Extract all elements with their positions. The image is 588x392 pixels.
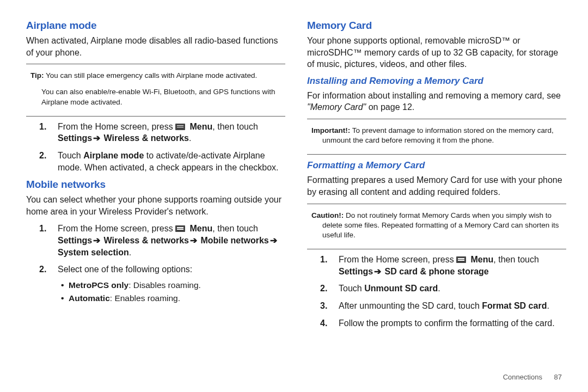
- period: .: [547, 301, 549, 310]
- wireless-label: Wireless & networks: [101, 236, 189, 245]
- period: .: [129, 248, 131, 257]
- menu-label: Menu: [187, 224, 212, 233]
- left-column: Airplane mode When activated, Airplane m…: [26, 16, 285, 334]
- divider: [26, 116, 285, 117]
- step-text: , then touch: [493, 255, 539, 264]
- format-steps: From the Home screen, press Menu, then t…: [307, 254, 566, 329]
- step-text: After unmounting the SD card, touch: [339, 301, 482, 310]
- step-text: Touch: [339, 284, 364, 293]
- memcard-intro: Your phone supports optional, removable …: [307, 35, 566, 70]
- step-text: Follow the prompts to confirm the format…: [339, 318, 555, 328]
- airplane-steps: From the Home screen, press Menu, then t…: [26, 121, 285, 173]
- option-desc: : Disables roaming.: [128, 280, 201, 290]
- step-item: From the Home screen, press Menu, then t…: [54, 121, 285, 144]
- section-name: Connections: [503, 373, 542, 381]
- menu-icon: [175, 225, 185, 232]
- heading-install-remove: Installing and Removing a Memory Card: [307, 76, 566, 87]
- divider: [307, 119, 566, 119]
- important-label: Important!:: [311, 126, 350, 134]
- menu-label: Menu: [468, 255, 493, 264]
- step-item: Select one of the following options: Met…: [54, 264, 285, 305]
- heading-memory-card: Memory Card: [307, 20, 566, 32]
- tip-text: You can still place emergency calls with…: [44, 71, 258, 79]
- heading-airplane-mode: Airplane mode: [26, 20, 285, 32]
- text: For information about installing and rem…: [307, 91, 561, 100]
- list-item: Automatic: Enables roaming.: [69, 292, 285, 305]
- divider: [307, 154, 566, 155]
- install-para: For information about installing and rem…: [307, 90, 566, 113]
- page-footer: Connections 87: [503, 373, 562, 381]
- option-label: Automatic: [69, 293, 110, 303]
- caution-note: Caution!: Do not routinely format Memory…: [307, 209, 566, 245]
- step-item: From the Home screen, press Menu, then t…: [335, 254, 566, 277]
- roaming-options: MetroPCS only: Disables roaming. Automat…: [58, 279, 285, 305]
- settings-label: Settings: [58, 236, 92, 245]
- page-number: 87: [554, 373, 562, 381]
- arrow-icon: ➔: [373, 266, 382, 278]
- important-text: To prevent damage to information stored …: [322, 126, 554, 144]
- airplane-tip: Tip: You can still place emergency calls…: [26, 69, 285, 85]
- mobile-intro: You can select whether your phone suppor…: [26, 194, 285, 217]
- format-label: Format SD card: [482, 301, 547, 310]
- wireless-label: Wireless & networks: [101, 133, 189, 143]
- period: .: [189, 133, 191, 143]
- text: on page 12.: [366, 102, 414, 112]
- step-text: , then touch: [212, 224, 258, 233]
- important-note: Important!: To prevent damage to informa…: [307, 124, 566, 150]
- option-label: MetroPCS only: [69, 280, 128, 290]
- mobile-steps: From the Home screen, press Menu, then t…: [26, 223, 285, 304]
- airplane-intro: When activated, Airplane mode disables a…: [26, 35, 285, 58]
- unmount-label: Unmount SD card: [364, 284, 438, 293]
- step-text: Select one of the following options:: [58, 265, 192, 274]
- menu-icon: [456, 256, 466, 263]
- divider: [307, 204, 566, 204]
- divider: [26, 64, 285, 64]
- tip-label: Tip:: [30, 71, 44, 79]
- step-item: Touch Unmount SD card.: [335, 283, 566, 295]
- arrow-icon: ➔: [92, 132, 101, 144]
- step-item: Follow the prompts to confirm the format…: [335, 317, 566, 329]
- settings-label: Settings: [58, 133, 92, 143]
- arrow-icon: ➔: [189, 235, 198, 247]
- page-content: Airplane mode When activated, Airplane m…: [0, 0, 588, 334]
- step-text: From the Home screen, press: [58, 224, 175, 233]
- menu-icon: [175, 124, 185, 130]
- step-text: From the Home screen, press: [339, 255, 456, 264]
- reference-title: "Memory Card": [307, 102, 366, 112]
- period: .: [438, 284, 440, 293]
- mobile-networks-label: Mobile networks: [198, 236, 269, 245]
- airplane-mode-label: Airplane mode: [83, 151, 144, 160]
- sdcard-label: SD card & phone storage: [382, 267, 489, 276]
- step-item: After unmounting the SD card, touch Form…: [335, 300, 566, 312]
- step-text: , then touch: [212, 122, 258, 131]
- system-selection-label: System selection: [58, 248, 129, 257]
- menu-label: Menu: [187, 122, 212, 131]
- step-text: From the Home screen, press: [58, 122, 175, 131]
- divider: [307, 249, 566, 249]
- airplane-tip-2: You can also enable/re-enable Wi-Fi, Blu…: [26, 85, 285, 111]
- step-text: Touch: [58, 151, 83, 160]
- caution-label: Caution!:: [311, 211, 344, 219]
- caution-text: Do not routinely format Memory Cards whe…: [322, 211, 559, 239]
- heading-mobile-networks: Mobile networks: [26, 179, 285, 191]
- format-intro: Formatting prepares a used Memory Card f…: [307, 174, 566, 198]
- step-item: Touch Airplane mode to activate/de-activ…: [54, 150, 285, 173]
- arrow-icon: ➔: [92, 235, 101, 247]
- heading-formatting: Formatting a Memory Card: [307, 160, 566, 171]
- list-item: MetroPCS only: Disables roaming.: [69, 279, 285, 292]
- arrow-icon: ➔: [269, 235, 278, 247]
- right-column: Memory Card Your phone supports optional…: [307, 16, 566, 334]
- option-desc: : Enables roaming.: [110, 293, 180, 303]
- settings-label: Settings: [339, 267, 373, 276]
- step-item: From the Home screen, press Menu, then t…: [54, 223, 285, 258]
